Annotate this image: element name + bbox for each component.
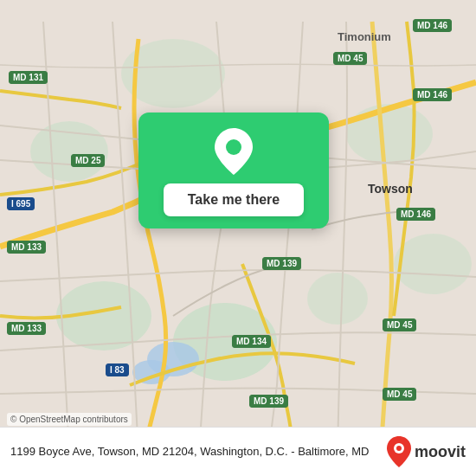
address-text: 1199 Boyce Ave, Towson, MD 21204, Washin… bbox=[10, 444, 378, 460]
svg-point-7 bbox=[307, 273, 368, 325]
road-shield-md139-1: MD 139 bbox=[262, 257, 301, 270]
moovit-brand-text: moovit bbox=[415, 444, 466, 460]
svg-point-12 bbox=[226, 139, 241, 155]
moovit-logo: moovit bbox=[387, 436, 466, 467]
road-shield-i83: I 83 bbox=[106, 363, 129, 376]
take-me-there-button[interactable]: Take me there bbox=[164, 183, 304, 216]
road-shield-i695: I 695 bbox=[7, 197, 35, 210]
road-shield-md146-2: MD 146 bbox=[413, 88, 452, 101]
location-card: Take me there bbox=[138, 113, 329, 228]
map-background: Timonium bbox=[0, 0, 476, 476]
bottom-bar: 1199 Boyce Ave, Towson, MD 21204, Washin… bbox=[0, 427, 476, 476]
road-shield-md45-1: MD 45 bbox=[333, 52, 367, 65]
map-container: Timonium Take me there MD 146 MD 146 MD … bbox=[0, 0, 476, 476]
svg-point-14 bbox=[396, 446, 402, 451]
road-shield-md131: MD 131 bbox=[9, 71, 48, 84]
svg-point-8 bbox=[394, 234, 472, 294]
copyright-text: © OpenStreetMap contributors bbox=[7, 413, 132, 426]
road-shield-md45-2: MD 45 bbox=[383, 318, 416, 331]
moovit-pin-icon bbox=[387, 436, 411, 467]
location-pin-icon bbox=[215, 128, 253, 175]
road-shield-md25: MD 25 bbox=[71, 154, 105, 167]
road-shield-md133-1: MD 133 bbox=[7, 241, 46, 254]
road-shield-md45-3: MD 45 bbox=[383, 388, 416, 401]
road-shield-md133-2: MD 133 bbox=[7, 322, 46, 335]
svg-text:Timonium: Timonium bbox=[338, 30, 391, 43]
road-shield-md146-3: MD 146 bbox=[396, 208, 435, 221]
svg-point-4 bbox=[346, 104, 433, 164]
towson-label: Towson bbox=[368, 182, 413, 196]
road-shield-md139-2: MD 139 bbox=[249, 395, 288, 408]
road-shield-md146-1: MD 146 bbox=[413, 19, 452, 32]
road-shield-md134: MD 134 bbox=[232, 335, 271, 348]
